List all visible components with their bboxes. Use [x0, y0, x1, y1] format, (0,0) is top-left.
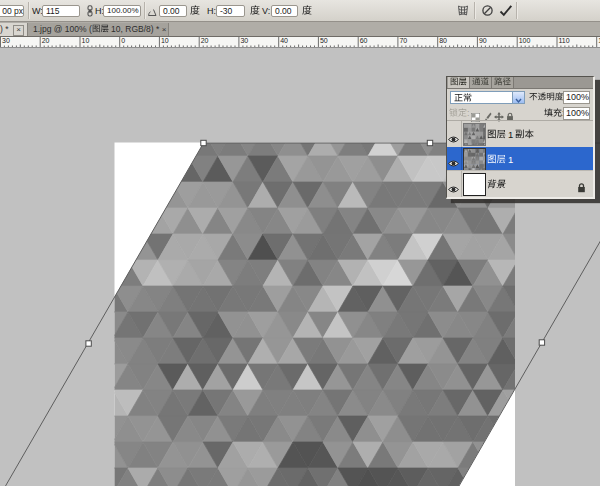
svg-text:40: 40 — [280, 37, 288, 44]
svg-text:30: 30 — [240, 37, 248, 44]
svg-text:90: 90 — [479, 37, 487, 44]
svg-text:10: 10 — [82, 37, 90, 44]
svg-text:50: 50 — [320, 37, 328, 44]
svg-text:100: 100 — [519, 37, 531, 44]
svg-text:70: 70 — [399, 37, 407, 44]
svg-text:110: 110 — [559, 37, 570, 44]
svg-text:0: 0 — [121, 37, 125, 44]
svg-text:20: 20 — [201, 37, 209, 44]
svg-text:10: 10 — [161, 37, 169, 44]
svg-text:20: 20 — [42, 37, 50, 44]
svg-text:60: 60 — [360, 37, 368, 44]
svg-text:80: 80 — [439, 37, 447, 44]
svg-text:30: 30 — [2, 37, 10, 44]
